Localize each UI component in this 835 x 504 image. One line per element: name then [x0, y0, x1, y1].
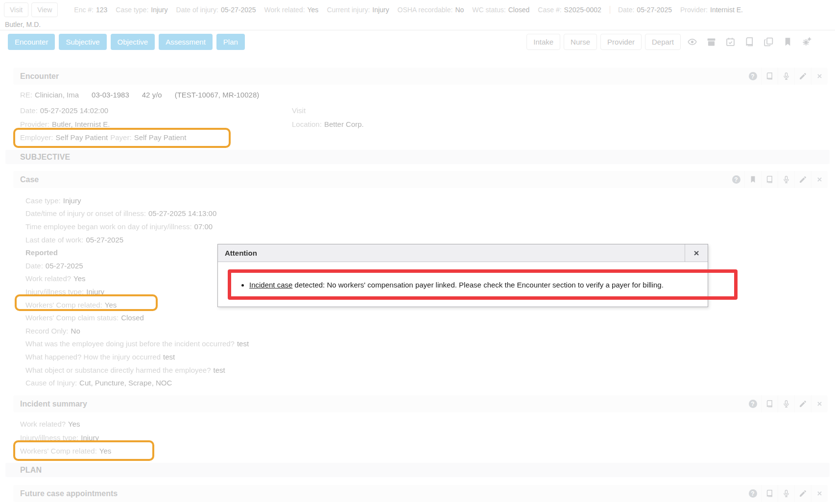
field-value: 05-27-2025: [221, 6, 256, 14]
gears-icon[interactable]: [799, 34, 814, 49]
tab[interactable]: Subjective: [59, 34, 106, 50]
stage-button[interactable]: Provider: [600, 34, 642, 50]
case-info-field: Enc #: 123: [74, 6, 107, 14]
microphone-icon[interactable]: [778, 395, 794, 412]
bookmark-icon[interactable]: [744, 171, 761, 188]
close-icon[interactable]: ×: [811, 395, 828, 412]
field-value: Yes: [68, 420, 80, 428]
alert-message-text: detected: No workers' compensation payer…: [292, 281, 663, 289]
microphone-icon[interactable]: [778, 68, 794, 85]
section-header-icons: ? ×: [744, 395, 828, 412]
tab[interactable]: Encounter: [8, 34, 55, 50]
case-field-row: Workers' Comp claim status: Closed: [25, 311, 828, 324]
stage-buttons: Intake Nurse Provider Depart: [526, 34, 681, 50]
visit-label: Visit: [292, 104, 828, 118]
microphone-icon[interactable]: [778, 485, 794, 502]
stage-button[interactable]: Intake: [526, 34, 560, 50]
case-field-row: What object or substance directly harmed…: [25, 363, 828, 377]
archive-icon[interactable]: [703, 34, 719, 49]
case-field-row: Date/time of injury or onset of illness:…: [25, 207, 828, 220]
attention-modal-body: Incident case detected: No workers' comp…: [218, 262, 708, 307]
patient-line: RE: Clinician, Ima 03-03-1983 42 y/o (TE…: [20, 91, 828, 104]
tab[interactable]: Assessment: [159, 34, 213, 50]
field-label: Date/time of injury or onset of illness:: [25, 209, 146, 217]
pencil-icon[interactable]: [794, 485, 811, 502]
pencil-icon[interactable]: [794, 68, 811, 85]
close-icon[interactable]: ×: [811, 171, 828, 188]
encounter-provider-row: Provider: Butler, Internist E.: [20, 118, 292, 131]
tab-label: Encounter: [15, 38, 48, 46]
close-icon[interactable]: ×: [811, 485, 828, 502]
section-header-icons: ? ×: [744, 485, 828, 502]
field-value: No: [71, 327, 80, 335]
encounter-date-row: Date: 05-27-2025 14:02:00: [20, 104, 292, 118]
pencil-icon[interactable]: [794, 395, 811, 412]
field-label: Case type:: [25, 196, 61, 205]
encounter-section-header: Encounter ? ×: [13, 68, 828, 85]
pencil-icon[interactable]: [794, 171, 811, 188]
field-value: 05-27-2025 14:13:00: [148, 209, 216, 217]
field-label: What object or substance directly harmed…: [25, 366, 211, 374]
case-info-field: Work related: Yes: [264, 6, 319, 14]
patient-dob: 03-03-1983: [92, 91, 129, 99]
case-field-row: What was the employee doing just before …: [25, 337, 828, 351]
help-icon[interactable]: ?: [744, 395, 761, 412]
incident-summary-body: Work related? Yes Injury/illness type: I…: [13, 412, 828, 462]
tab[interactable]: Plan: [216, 34, 245, 50]
bookmark-icon[interactable]: [780, 34, 795, 49]
plan-heading-band: PLAN: [5, 463, 830, 477]
section-title: Case: [20, 175, 39, 184]
help-icon[interactable]: ?: [744, 68, 761, 85]
stage-button-label: Depart: [652, 38, 674, 46]
field-label: WC status:: [472, 6, 505, 14]
copy-icon[interactable]: [761, 34, 776, 49]
field-label: OSHA recordable:: [398, 6, 453, 14]
view-button[interactable]: View: [31, 2, 58, 17]
microphone-icon[interactable]: [778, 171, 794, 188]
stage-button[interactable]: Nurse: [564, 34, 597, 50]
field-label: Work related?: [20, 420, 66, 428]
case-field-row: Record Only: No: [25, 324, 828, 337]
close-icon[interactable]: ×: [811, 68, 828, 85]
field-value: test: [163, 353, 175, 361]
book-icon[interactable]: [761, 395, 778, 412]
case-info-field: Case type: Injury: [116, 6, 167, 14]
field-value: 07:00: [194, 222, 213, 231]
field-label: Last date of work:: [25, 236, 83, 244]
tab[interactable]: Objective: [111, 34, 155, 50]
calendar-check-icon[interactable]: [722, 34, 738, 49]
field-label: What happened? How the injury occurred: [25, 353, 161, 361]
field-value: Closed: [508, 6, 530, 14]
field-label: Date of injury:: [176, 6, 218, 14]
case-info-field: Date of injury: 05-27-2025: [176, 6, 256, 14]
close-icon[interactable]: ×: [685, 244, 708, 262]
field-value: 05-27-2025: [86, 236, 123, 244]
stage-button[interactable]: Depart: [645, 34, 681, 50]
eye-icon[interactable]: [684, 34, 700, 49]
provider-name-wrap: Butler, M.D.: [4, 21, 830, 28]
book-icon[interactable]: [761, 485, 778, 502]
field-label: Injury/illness type:: [25, 288, 84, 296]
field-label: Enc #:: [74, 6, 94, 14]
plan-heading: PLAN: [20, 466, 42, 475]
case-field-row: Time employee began work on day of injur…: [25, 220, 828, 233]
alert-message: Incident case detected: No workers' comp…: [249, 281, 664, 289]
help-icon[interactable]: ?: [728, 171, 744, 188]
visit-button[interactable]: Visit: [4, 2, 28, 17]
book-icon[interactable]: [761, 68, 778, 85]
section-title: Incident summary: [20, 400, 87, 408]
help-icon[interactable]: ?: [744, 485, 761, 502]
field-value: Yes: [105, 301, 117, 309]
field-value: test: [214, 366, 225, 374]
case-info-row: Visit View Enc #: 123 Case type: Injury …: [4, 2, 830, 17]
field-value: Injury: [81, 433, 99, 442]
field-label: Workers' Comp related:: [20, 447, 97, 455]
field-value: 05-27-2025: [46, 262, 83, 270]
book-icon[interactable]: [741, 34, 757, 49]
case-info-field: Case #: S2025-0002: [538, 6, 601, 14]
case-info-field: OSHA recordable: No: [398, 6, 464, 14]
stage-button-label: Nurse: [571, 38, 590, 46]
book-icon[interactable]: [761, 171, 778, 188]
tab-label: Assessment: [166, 38, 206, 46]
field-label: Work related?: [25, 274, 71, 283]
